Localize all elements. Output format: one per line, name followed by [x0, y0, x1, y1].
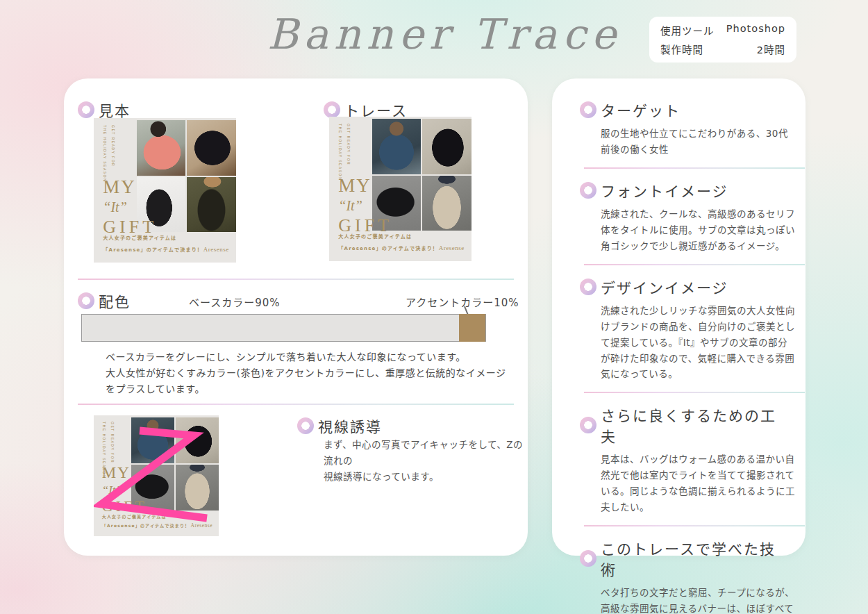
tool-value: Photoshop [726, 23, 785, 38]
photo-pink-shirt-woman [137, 120, 186, 176]
photo-green-jacket [187, 177, 236, 233]
section-heading-row: さらに良くするための工夫 [580, 404, 789, 446]
section-heading: デザインイメージ [601, 276, 728, 297]
donut-bullet-icon [580, 279, 596, 295]
sample-heading: 見本 [99, 99, 131, 120]
section-divider [584, 264, 805, 265]
donut-bullet-icon [580, 550, 596, 567]
photo-denim-woman [372, 119, 422, 174]
eye-flow-body-line2: 視線誘導になっています。 [324, 469, 525, 485]
page-title: Banner Trace [267, 10, 573, 58]
palette-caption: ベースカラーをグレーにし、シンプルで落ち着いた大人な印象になっています。 大人女… [106, 349, 515, 397]
section-heading-row: フォントイメージ [580, 180, 789, 201]
banner-brand-logo: Aresense [439, 244, 465, 251]
palette-caption-line2: 大人女性が好むくすみカラー(茶色)をアクセントカラーにし、重厚感と伝統的なイメー… [106, 365, 515, 397]
banner-copy-line2: 「Aresense」のアイテムで決まり！ [338, 243, 438, 255]
palette-heading-row: 配色 [78, 290, 131, 311]
eye-flow-body-line1: まず、中心の写真でアイキャッチをして、Zの流れの [324, 437, 525, 469]
tool-label: 使用ツール [660, 23, 715, 38]
section-heading-row: デザインイメージ [580, 276, 789, 297]
banner-brand-logo: Aresense [203, 246, 229, 253]
notes-card: ターゲット 服の生地や仕立てにこだわりがある、30代前後の働く女性 フォントイメ… [552, 78, 806, 556]
base-color-label: ベースカラー90% [189, 294, 281, 309]
photo-black-backpack [422, 119, 471, 174]
eye-flow-heading-row: 視線誘導 [297, 415, 382, 436]
banner-copy-line2: 「Aresense」のアイテムで決まり！ [103, 244, 203, 256]
section-heading-row: このトレースで学べた技術 [580, 538, 789, 579]
donut-bullet-icon [580, 182, 596, 199]
photo-black-bag [187, 120, 236, 176]
donut-bullet-icon [297, 417, 314, 434]
section-heading: さらに良くするための工夫 [601, 404, 789, 446]
banner-title-my: MY [103, 176, 157, 198]
trace-banner: GET READY FOR THE HOLIDAY SEASON MY “It”… [329, 117, 471, 261]
tool-info-box: 使用ツール Photoshop 製作時間 2時間 [649, 17, 796, 63]
banner-copy-line1: 大人女子のご褒美アイテムは [338, 231, 438, 243]
section-divider [78, 279, 514, 280]
section-divider [584, 167, 805, 169]
donut-bullet-icon [78, 101, 94, 118]
time-value: 2時間 [757, 42, 785, 56]
section-divider [78, 404, 514, 405]
section-divider [584, 392, 805, 393]
palette-caption-line1: ベースカラーをグレーにし、シンプルで落ち着いた大人な印象になっています。 [106, 349, 515, 365]
banner-copy: 大人女子のご褒美アイテムは 「Aresense」のアイテムで決まり！ [103, 233, 203, 256]
eye-flow-body: まず、中心の写真でアイキャッチをして、Zの流れの 視線誘導になっています。 [324, 437, 525, 485]
banner-title: MY “It” GIFT [338, 175, 392, 236]
eye-flow-heading: 視線誘導 [318, 415, 382, 436]
sample-heading-row: 見本 [78, 99, 131, 120]
eye-flow-banner-wrap: GET READY FOR THE HOLIDAY SEASON MY “It”… [94, 415, 219, 536]
section-body: ベタ打ちの文字だと窮屈、チープになるが、高級な雰囲気に見えるバナーは、ほぼすべて… [601, 585, 796, 614]
donut-bullet-icon [580, 417, 596, 433]
section-body: 服の生地や仕立てにこだわりがある、30代前後の働く女性 [601, 126, 796, 158]
accent-color-label: アクセントカラー10% [406, 294, 519, 309]
banner-copy: 大人女子のご褒美アイテムは 「Aresense」のアイテムで決まり！ [338, 231, 438, 255]
accent-color-swatch [459, 314, 485, 342]
section-font-image: フォントイメージ 洗練された、クールな、高級感のあるセリフ体をタイトルに使用。サ… [580, 180, 789, 265]
section-heading: ターゲット [601, 99, 681, 120]
donut-bullet-icon [78, 292, 94, 309]
banner-title-it: “It” [103, 199, 157, 215]
sample-banner: GET READY FOR THE HOLIDAY SEASON MY “It”… [94, 118, 236, 263]
time-label: 製作時間 [660, 42, 703, 56]
section-body: 洗練された少しリッチな雰囲気の大人女性向けブランドの商品を、自分向けのご褒美とし… [601, 303, 796, 383]
section-heading-row: ターゲット [580, 99, 789, 120]
banner-title-my: MY [338, 175, 392, 197]
donut-bullet-icon [324, 101, 340, 118]
palette-heading: 配色 [99, 290, 131, 311]
donut-bullet-icon [580, 101, 596, 118]
banner-copy-line1: 大人女子のご褒美アイテムは [103, 233, 203, 244]
base-color-swatch [81, 314, 486, 342]
section-divider [584, 525, 805, 526]
section-heading: フォントイメージ [601, 180, 728, 201]
info-row-tool: 使用ツール Photoshop [660, 23, 785, 38]
main-card: 見本 GET READY FOR THE HOLIDAY SEASON MY “… [64, 78, 528, 556]
banner-title: MY “It” GIFT [103, 176, 157, 238]
section-design-image: デザインイメージ 洗練された少しリッチな雰囲気の大人女性向けブランドの商品を、自… [580, 276, 789, 394]
section-heading: このトレースで学べた技術 [601, 538, 789, 579]
section-improvements: さらに良くするための工夫 見本は、バッグはウォーム感のある温かい自然光で他は室内… [580, 404, 789, 526]
photo-trench-coat [422, 176, 471, 231]
banner-title-it: “It” [338, 198, 392, 214]
z-flow-annotation-icon [94, 415, 219, 536]
section-body: 洗練された、クールな、高級感のあるセリフ体をタイトルに使用。サブの文章は丸っぽい… [601, 206, 796, 254]
section-learned-skills: このトレースで学べた技術 ベタ打ちの文字だと窮屈、チープになるが、高級な雰囲気に… [580, 538, 789, 614]
section-target: ターゲット 服の生地や仕立てにこだわりがある、30代前後の働く女性 [580, 99, 789, 169]
info-row-time: 製作時間 2時間 [660, 42, 785, 56]
section-body: 見本は、バッグはウォーム感のある温かい自然光で他は室内でライトを当てて撮影されて… [601, 451, 796, 515]
